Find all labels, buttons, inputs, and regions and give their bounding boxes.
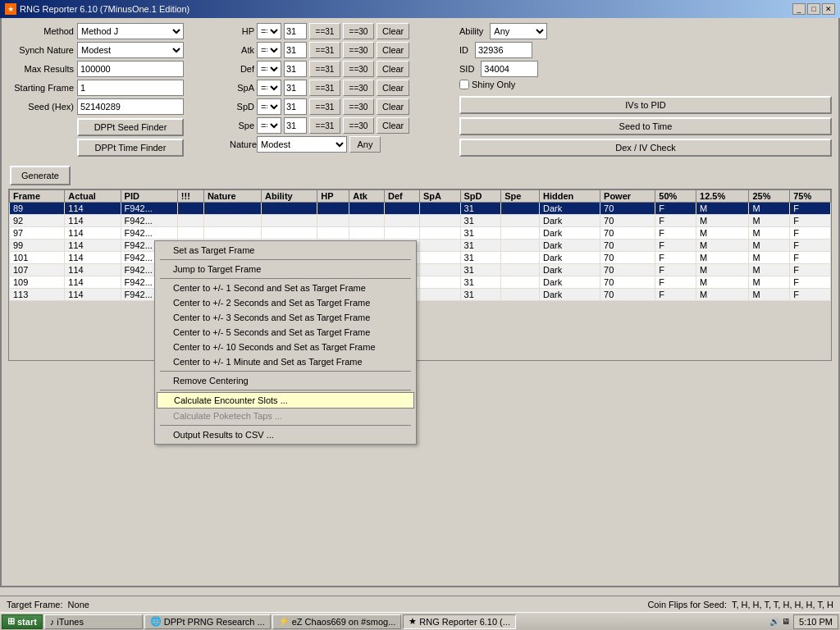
- rng-icon: ★: [409, 616, 417, 627]
- col-def: Def: [385, 190, 420, 203]
- hp-eq31-btn[interactable]: ==31: [309, 23, 340, 39]
- spe-operator[interactable]: ==: [257, 117, 281, 134]
- close-button[interactable]: ✕: [822, 3, 835, 15]
- col-pid: PID: [121, 190, 177, 203]
- table-row[interactable]: 109114F942...31Dark70FMMF: [10, 276, 831, 289]
- def-value[interactable]: [284, 61, 307, 77]
- dex-iv-check-button[interactable]: Dex / IV Check: [459, 139, 832, 157]
- context-menu-item[interactable]: Center to +/- 10 Seconds and Set as Targ…: [157, 340, 414, 354]
- atk-eq31-btn[interactable]: ==31: [309, 42, 340, 58]
- nature-filter-select[interactable]: Modest: [257, 136, 347, 153]
- start-button[interactable]: ⊞ start: [2, 614, 43, 629]
- dppt-seed-finder-button[interactable]: DPPt Seed Finder: [77, 118, 184, 136]
- spd-value[interactable]: [284, 98, 307, 115]
- context-menu-item: Calculate Poketech Taps ...: [157, 409, 414, 423]
- context-menu-item[interactable]: Output Results to CSV ...: [157, 427, 414, 442]
- col-75pct: 75%: [790, 190, 831, 203]
- spd-label: SpD: [230, 102, 254, 112]
- synch-nature-select[interactable]: Modest: [77, 42, 184, 58]
- def-eq31-btn[interactable]: ==31: [309, 61, 340, 77]
- table-body[interactable]: 89114F942...31Dark70FMMF92114F942...31Da…: [10, 203, 831, 301]
- spe-eq31-btn[interactable]: ==31: [309, 117, 340, 134]
- col-spe: Spe: [501, 190, 540, 203]
- hp-clear-btn[interactable]: Clear: [377, 23, 409, 39]
- hp-eq30-btn[interactable]: ==30: [343, 23, 374, 39]
- spd-operator[interactable]: ==: [257, 98, 281, 115]
- spe-eq30-btn[interactable]: ==30: [343, 117, 374, 134]
- ivs-to-pid-button[interactable]: IVs to PID: [459, 96, 832, 114]
- context-menu-item[interactable]: Remove Centering: [157, 373, 414, 388]
- taskbar-item-dppt[interactable]: 🌐 DPPt PRNG Research ...: [144, 614, 271, 629]
- context-menu-separator: [160, 278, 411, 279]
- window-title: RNG Reporter 6.10 (7MinusOne.1 Edition): [20, 4, 189, 14]
- table-row[interactable]: 97114F942...31Dark70FMMF: [10, 227, 831, 240]
- spa-operator[interactable]: ==: [257, 80, 281, 96]
- seed-hex-input[interactable]: [77, 98, 184, 115]
- id-input[interactable]: [475, 42, 532, 58]
- right-form-column: Ability Any ID SID Shiny Only IVs t: [451, 23, 832, 159]
- context-menu-item[interactable]: Jump to Target Frame: [157, 262, 414, 276]
- taskbar-item-chaos[interactable]: ⚡ eZ Chaos669 on #smog...: [272, 614, 402, 629]
- dppt-icon: 🌐: [150, 616, 162, 627]
- sid-input[interactable]: [481, 61, 538, 77]
- context-menu-item[interactable]: Set as Target Frame: [157, 243, 414, 258]
- ability-select[interactable]: Any: [490, 23, 547, 39]
- def-operator[interactable]: ==: [257, 61, 281, 77]
- starting-frame-input[interactable]: [77, 80, 184, 96]
- method-select[interactable]: Method J: [77, 23, 184, 39]
- context-menu-item[interactable]: Center to +/- 1 Minute and Set as Target…: [157, 354, 414, 369]
- spe-clear-btn[interactable]: Clear: [377, 117, 409, 134]
- table-row[interactable]: 101114F942...31Dark70FMMF: [10, 252, 831, 264]
- seed-to-time-button[interactable]: Seed to Time: [459, 117, 832, 135]
- status-bar: Target Frame: None Coin Flips for Seed: …: [0, 596, 840, 612]
- results-table-container: Frame Actual PID !!! Nature Ability HP A…: [8, 189, 832, 361]
- spa-value[interactable]: [284, 80, 307, 96]
- table-row[interactable]: 107114F942...31Dark70FMMF: [10, 264, 831, 276]
- results-table: Frame Actual PID !!! Nature Ability HP A…: [9, 189, 831, 301]
- def-clear-btn[interactable]: Clear: [377, 61, 409, 77]
- atk-value[interactable]: [284, 42, 307, 58]
- dppt-time-finder-button[interactable]: DPPt Time Finder: [77, 139, 184, 157]
- atk-operator[interactable]: ==: [257, 42, 281, 58]
- spa-eq31-btn[interactable]: ==31: [309, 80, 340, 96]
- taskbar-item-itunes[interactable]: ♪ iTunes: [44, 614, 143, 629]
- taskbar-clock: 5:10 PM: [793, 614, 838, 629]
- start-icon: ⊞: [7, 616, 15, 627]
- spa-clear-btn[interactable]: Clear: [377, 80, 409, 96]
- spd-clear-btn[interactable]: Clear: [377, 98, 409, 115]
- max-results-input[interactable]: [77, 61, 184, 77]
- app-icon: ★: [5, 3, 16, 15]
- spa-eq30-btn[interactable]: ==30: [343, 80, 374, 96]
- ability-label: Ability: [459, 26, 483, 36]
- minimize-button[interactable]: _: [792, 3, 806, 15]
- any-button[interactable]: Any: [349, 136, 381, 153]
- synch-nature-label: Synch Nature: [8, 45, 74, 55]
- taskbar: ⊞ start ♪ iTunes 🌐 DPPt PRNG Research ..…: [0, 612, 840, 630]
- atk-eq30-btn[interactable]: ==30: [343, 42, 374, 58]
- nature-filter-label: Nature: [230, 139, 254, 149]
- atk-clear-btn[interactable]: Clear: [377, 42, 409, 58]
- context-menu-item[interactable]: Center to +/- 5 Seconds and Set as Targe…: [157, 325, 414, 340]
- hp-operator[interactable]: ==: [257, 23, 281, 39]
- def-eq30-btn[interactable]: ==30: [343, 61, 374, 77]
- table-row[interactable]: 92114F942...31Dark70FMMF: [10, 215, 831, 227]
- maximize-button[interactable]: □: [807, 3, 820, 15]
- hp-value[interactable]: [284, 23, 307, 39]
- context-menu-separator: [160, 425, 411, 426]
- spd-eq30-btn[interactable]: ==30: [343, 98, 374, 115]
- context-menu-item[interactable]: Calculate Encounter Slots ...: [157, 392, 414, 409]
- context-menu-item[interactable]: Center to +/- 1 Second and Set as Target…: [157, 281, 414, 295]
- table-row[interactable]: 113114F942...31Dark70FMMF: [10, 289, 831, 301]
- generate-button[interactable]: Generate: [10, 166, 71, 185]
- taskbar-item-rng[interactable]: ★ RNG Reporter 6.10 (...: [403, 614, 516, 629]
- context-menu-item[interactable]: Center to +/- 2 Seconds and Set as Targe…: [157, 295, 414, 310]
- col-atk: Atk: [349, 190, 385, 203]
- table-row[interactable]: 89114F942...31Dark70FMMF: [10, 203, 831, 215]
- table-row[interactable]: 99114F942...31Dark70FMMF: [10, 240, 831, 252]
- spe-value[interactable]: [284, 117, 307, 134]
- context-menu-item[interactable]: Center to +/- 3 Seconds and Set as Targe…: [157, 310, 414, 325]
- col-125pct: 12.5%: [696, 190, 749, 203]
- shiny-only-checkbox[interactable]: [459, 80, 469, 89]
- spd-eq31-btn[interactable]: ==31: [309, 98, 340, 115]
- shiny-only-label[interactable]: Shiny Only: [459, 80, 515, 89]
